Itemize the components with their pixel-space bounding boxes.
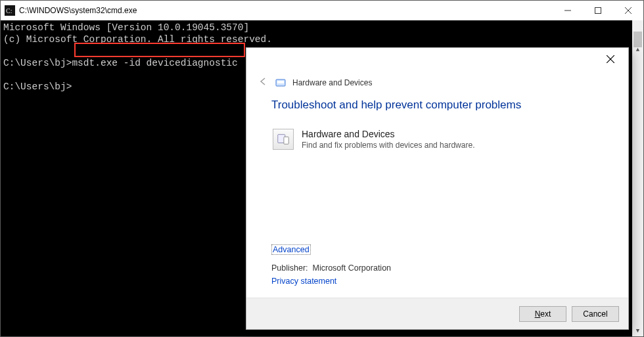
scroll-thumb[interactable] (633, 32, 642, 47)
publisher-value: Microsoft Corporation (313, 263, 392, 273)
cmd-scrollbar[interactable]: ▲ ▼ (632, 20, 643, 336)
scroll-down-icon[interactable]: ▼ (632, 325, 643, 336)
cmd-prompt-1-prefix: C:\Users\bj> (3, 58, 72, 68)
option-title: Hardware and Devices (302, 129, 474, 139)
maximize-button[interactable] (583, 1, 613, 20)
cancel-button[interactable]: Cancel (572, 306, 619, 322)
svg-rect-3 (595, 8, 601, 14)
cmd-line-copyright: (c) Microsoft Corporation. All rights re… (3, 34, 272, 45)
cmd-icon: C: (5, 5, 15, 16)
cmd-line-version: Microsoft Windows [Version 10.0.19045.35… (3, 22, 249, 33)
dialog-title: Troubleshoot and help prevent computer p… (271, 99, 603, 112)
svg-rect-11 (284, 137, 288, 144)
dialog-content: Troubleshoot and help prevent computer p… (246, 93, 628, 245)
advanced-link[interactable]: Advanced (271, 244, 311, 255)
cmd-prompt-1-command: msdt.exe -id devicediagnostic (72, 58, 237, 68)
svg-text:C:: C: (6, 7, 12, 14)
privacy-statement-link[interactable]: Privacy statement (271, 277, 336, 286)
back-arrow-icon[interactable] (258, 77, 269, 88)
dialog-header: Hardware and Devices (246, 74, 628, 93)
cmd-prompt-2: C:\Users\bj> (3, 81, 72, 92)
cmd-titlebar[interactable]: C: C:\WINDOWS\system32\cmd.exe (1, 1, 643, 20)
dialog-lower: Advanced Publisher: Microsoft Corporatio… (246, 245, 628, 298)
troubleshoot-icon (275, 78, 286, 88)
option-description: Find and fix problems with devices and h… (302, 141, 474, 150)
dialog-footer: Next Cancel (246, 298, 628, 329)
dialog-breadcrumb: Hardware and Devices (292, 78, 372, 87)
dialog-close-button[interactable] (595, 49, 626, 69)
publisher-label: Publisher: (271, 263, 308, 273)
troubleshooter-dialog: Hardware and Devices Troubleshoot and he… (246, 47, 629, 330)
next-button[interactable]: Next (519, 306, 566, 322)
cmd-title: C:\WINDOWS\system32\cmd.exe (19, 6, 137, 15)
svg-rect-9 (277, 81, 284, 83)
devices-icon (273, 129, 294, 150)
minimize-button[interactable] (553, 1, 583, 20)
option-hardware-devices[interactable]: Hardware and Devices Find and fix proble… (271, 126, 603, 152)
close-button[interactable] (613, 1, 643, 20)
